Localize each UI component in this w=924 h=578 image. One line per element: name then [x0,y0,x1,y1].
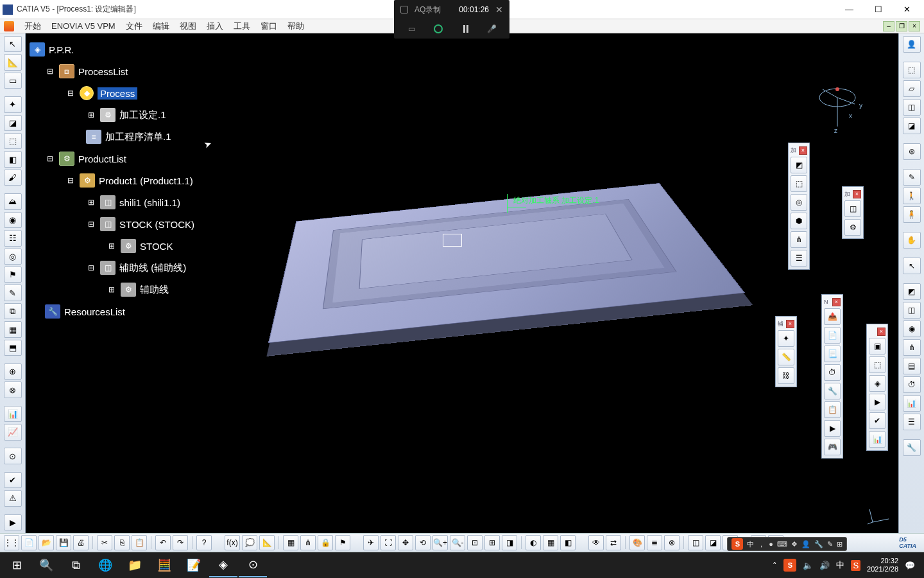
bt-pan-icon[interactable]: ✥ [398,535,413,550]
tb-zlevel-icon[interactable]: ☷ [4,230,22,246]
tree-product1[interactable]: ⊟⚙Product1 (Product1.1) [30,170,194,191]
rr-wrench-icon[interactable]: 🔧 [903,439,921,456]
bt-multi-icon[interactable]: ⊞ [484,535,500,550]
bt-zoomin-icon[interactable]: 🔍+ [432,535,448,550]
menu-file[interactable]: 文件 [121,21,148,32]
bt-normal-icon[interactable]: ⊡ [467,535,483,550]
start-button[interactable]: ⊞ [3,553,31,577]
bt-iso-icon[interactable]: ◨ [502,535,517,550]
tb-check-icon[interactable]: ✔ [4,472,22,488]
bt-new-icon[interactable]: 📄 [21,535,37,550]
bt-paste-icon[interactable]: 📋 [132,535,147,550]
rr-atom-icon[interactable]: ⊛ [903,143,921,160]
edge-icon[interactable]: 🌐 [91,553,119,577]
float-toolbar-setup[interactable]: 加× ◫ ⚙ [842,186,864,239]
rr-arrow-icon[interactable]: ↖ [903,258,921,274]
recorder-close-button[interactable]: ✕ [495,4,503,15]
bt-rotate-icon[interactable]: ⟲ [415,535,431,550]
viewport-3d[interactable]: ◈P.P.R. ⊟⧈ProcessList ⊟◆Process ⊞⚙加工设定.1… [26,33,924,533]
bt-fit-icon[interactable]: ⛶ [381,535,396,550]
tree-aux-asm[interactable]: ⊟◫辅助线 (辅助线) [30,257,194,279]
bt-hidden-icon[interactable]: ◧ [560,535,576,550]
tb-pencil-icon[interactable]: ✎ [4,285,22,301]
float-toolbar-aux[interactable]: 辅× ✦ 📏 ⛓ [775,316,797,387]
tree-root[interactable]: ◈P.P.R. [30,39,194,60]
geo-stock-icon[interactable]: ⬚ [791,175,807,192]
toolbar-close-icon[interactable]: × [832,298,841,306]
tree-stock-asm[interactable]: ⊟◫STOCK (STOCK) [30,213,194,235]
tb-play-icon[interactable]: ▶ [4,514,22,530]
bt-cut-icon[interactable]: ✂ [97,535,112,550]
tray-sogou-icon[interactable]: S [783,559,796,572]
toolbar-close-icon[interactable]: × [853,190,861,198]
tb-compass-icon[interactable]: ⊙ [4,448,22,464]
tb-sweep-icon[interactable]: ◉ [4,212,22,228]
tb-axis-icon[interactable]: ✦ [4,96,22,112]
collapse-icon[interactable]: ⊟ [65,88,76,98]
bt-layer-icon[interactable]: ≣ [647,535,662,550]
tray-clock[interactable]: 20:32 2021/2/28 [867,557,898,574]
tray-notification-icon[interactable]: 💬 [905,561,915,570]
ime-user-icon[interactable]: 👤 [801,540,810,548]
bt-knowledge-icon[interactable]: 💭 [242,535,257,550]
rr-edit-icon[interactable]: ✎ [903,169,921,186]
menu-window[interactable]: 窗口 [255,21,282,32]
bt-save-icon[interactable]: 💾 [56,535,71,550]
axis-annotation[interactable]: 绝对加工轴系 加工设定.1 [513,195,599,206]
aux-link-icon[interactable]: ⛓ [778,367,794,384]
rr-chart-icon[interactable]: 📊 [903,395,921,412]
rr-list-icon[interactable]: ☰ [903,414,921,430]
menu-insert[interactable]: 插入 [201,21,228,32]
rr-node-icon[interactable]: ◉ [903,320,921,337]
ana-cube-icon[interactable]: ▣ [869,338,886,355]
tb-drill-icon[interactable]: ⊕ [4,363,22,380]
tree-stock[interactable]: ⊞⚙STOCK [30,235,194,257]
nc-doc-icon[interactable]: 📃 [824,346,841,362]
explorer-icon[interactable]: 📁 [121,553,149,577]
rr-graph-icon[interactable]: ◫ [903,302,921,319]
tree-shili[interactable]: ⊞◫shili1 (shili1.1) [30,191,194,213]
ime-grid-icon[interactable]: ⊞ [837,540,843,548]
tb-select-icon[interactable]: ▭ [4,73,22,89]
collapse-icon[interactable]: ⊟ [45,153,55,164]
collapse-icon[interactable]: ⊟ [86,263,96,273]
search-button[interactable]: 🔍 [32,553,60,577]
calc-icon[interactable]: 🧮 [150,553,178,577]
ime-tool-icon[interactable]: 🔧 [814,540,823,548]
bt-hide-icon[interactable]: 👁 [588,535,604,550]
bt-flag-icon[interactable]: ⚑ [335,535,350,550]
aux-axis-icon[interactable]: ✦ [778,330,794,347]
part-geometry[interactable] [235,51,752,484]
bt-tree-icon[interactable]: ⋔ [300,535,316,550]
nc-sim-icon[interactable]: ▶ [824,420,841,437]
tree-resources[interactable]: 🔧ResourcesList [30,301,194,322]
tb-rough-icon[interactable]: ⛰ [4,193,22,209]
recorder-mic-button[interactable]: 🎤 [486,23,498,35]
bt-grid-icon[interactable]: ▦ [283,535,298,550]
geo-tree-icon[interactable]: ⋔ [791,231,807,248]
aux-measure-icon[interactable]: 📏 [778,349,794,365]
menu-help[interactable]: 帮助 [282,21,309,32]
bt-open-icon[interactable]: 📂 [38,535,54,550]
float-toolbar-geometry[interactable]: 加× ◩ ⬚ ◎ ⬢ ⋔ ☰ [788,143,810,270]
tb-arrow-icon[interactable]: ↖ [4,36,22,52]
mdi-restore-button[interactable]: ❐ [896,21,907,31]
ime-keyboard-icon[interactable]: ⌨ [777,540,787,548]
nc-tool-icon[interactable]: 🔧 [824,383,841,399]
nc-time-icon[interactable]: ⏱ [824,364,841,381]
bt-copy-icon[interactable]: ⎘ [114,535,130,550]
taskview-button[interactable]: ⧉ [62,553,90,577]
sogou-icon[interactable]: S [732,538,743,550]
tree-aux[interactable]: ⊞⚙辅助线 [30,279,194,301]
tray-ime-label[interactable]: 中 [836,559,844,571]
tb-milling-icon[interactable]: ⬒ [4,340,22,356]
menu-view[interactable]: 视图 [175,21,201,32]
tb-between-icon[interactable]: ⧉ [4,303,22,319]
close-button[interactable]: ✕ [893,1,921,19]
nc-output-icon[interactable]: 📤 [824,308,841,325]
expand-icon[interactable]: ⊞ [86,197,96,207]
setup-machine-icon[interactable]: ⚙ [844,219,861,236]
bt-mat1-icon[interactable]: ◫ [688,535,703,550]
bt-law-icon[interactable]: 📐 [259,535,275,550]
collapse-icon[interactable]: ⊟ [45,66,55,76]
